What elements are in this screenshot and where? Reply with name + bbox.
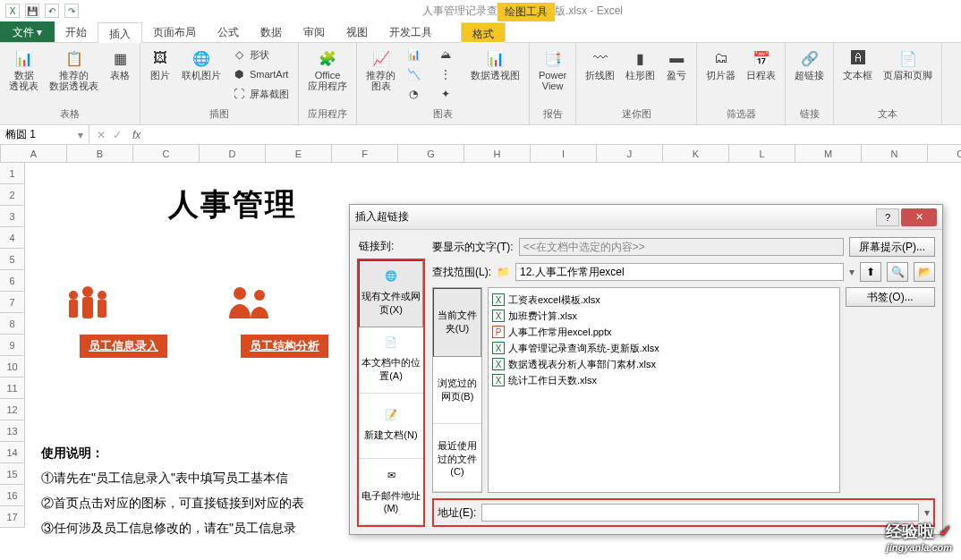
row-17[interactable]: 17 [0,506,25,528]
table-button[interactable]: ▦表格 [106,45,134,84]
picture-button[interactable]: 🖼图片 [146,45,174,84]
chart-type-6[interactable]: ✦ [435,84,463,104]
row-3[interactable]: 3 [0,206,25,227]
recent-files-tab[interactable]: 最近使用过的文件(C) [433,424,481,492]
up-folder-icon[interactable]: ⬆ [860,262,881,282]
save-icon[interactable]: 💾 [25,4,39,18]
row-10[interactable]: 10 [0,356,25,378]
employee-structure-button[interactable]: 员工结构分析 [241,335,328,358]
col-L[interactable]: L [729,145,795,162]
redo-icon[interactable]: ↷ [64,4,79,18]
pivot-table-button[interactable]: 📊数据 透视表 [5,45,42,95]
col-M[interactable]: M [795,145,862,162]
file-list[interactable]: X工资表excel模板.xlsxX加班费计算.xlsxP人事工作常用excel.… [488,287,840,493]
employee-info-block[interactable]: 员工信息录入 [61,283,186,358]
online-picture-button[interactable]: 🌐联机图片 [178,45,225,84]
col-A[interactable]: A [1,145,67,162]
timeline-button[interactable]: 📅日程表 [743,45,779,84]
screenshot-button[interactable]: ⛶屏幕截图 [228,84,293,104]
tab-data[interactable]: 数据 [250,21,293,42]
textbox-button[interactable]: 🅰文本框 [839,45,876,84]
header-footer-button[interactable]: 📄页眉和页脚 [880,45,936,84]
tab-home[interactable]: 开始 [55,21,98,42]
linkto-existing-file[interactable]: 🌐现有文件或网页(X) [359,260,423,327]
fx-icon[interactable]: fx [129,129,144,141]
row-12[interactable]: 12 [0,399,25,420]
col-J[interactable]: J [597,145,663,162]
browse-web-icon[interactable]: 🔍 [887,262,908,282]
row-16[interactable]: 16 [0,485,25,506]
col-B[interactable]: B [67,145,133,162]
chart-type-2[interactable]: 📉 [403,64,431,84]
linkto-new-doc[interactable]: 📝新建文档(N) [359,394,423,460]
employee-info-button[interactable]: 员工信息录入 [80,335,167,358]
dialog-titlebar[interactable]: 插入超链接 ? ✕ [350,205,942,230]
file-item[interactable]: X人事管理记录查询系统-更新版.xlsx [492,340,836,356]
tab-view[interactable]: 视图 [336,21,378,42]
chart-type-4[interactable]: ⛰ [435,45,463,64]
recommended-pivot-button[interactable]: 📋推荐的 数据透视表 [46,45,102,95]
sparkline-line-button[interactable]: 〰折线图 [582,45,618,84]
tab-formulas[interactable]: 公式 [207,21,250,42]
chart-type-1[interactable]: 📊 [403,45,431,64]
chart-type-3[interactable]: ◔ [403,84,431,104]
linkto-place-in-doc[interactable]: 📄本文档中的位置(A) [359,327,423,394]
tab-pagelayout[interactable]: 页面布局 [142,21,207,42]
col-I[interactable]: I [531,145,597,162]
row-5[interactable]: 5 [0,249,25,270]
lookin-input[interactable] [515,263,844,281]
tab-review[interactable]: 审阅 [293,21,336,42]
help-icon[interactable]: ? [876,208,899,226]
row-7[interactable]: 7 [0,292,25,313]
current-folder-tab[interactable]: 当前文件夹(U) [433,288,481,357]
tab-file[interactable]: 文件 ▾ [0,21,55,42]
sparkline-winloss-button[interactable]: ▬盈亏 [662,45,691,84]
col-N[interactable]: N [862,145,928,162]
row-4[interactable]: 4 [0,227,25,249]
browse-file-icon[interactable]: 📂 [914,262,935,282]
recommended-charts-button[interactable]: 📈推荐的 图表 [362,45,399,95]
row-13[interactable]: 13 [0,420,25,442]
bookmark-button[interactable]: 书签(O)... [846,287,935,307]
row-14[interactable]: 14 [0,442,25,463]
office-apps-button[interactable]: 🧩Office 应用程序 [304,45,351,95]
sparkline-column-button[interactable]: ▮柱形图 [622,45,659,84]
col-C[interactable]: C [133,145,200,162]
col-E[interactable]: E [266,145,332,162]
employee-structure-block[interactable]: 员工结构分析 [222,283,347,358]
smartart-button[interactable]: ⬢SmartArt [228,64,293,84]
col-F[interactable]: F [332,145,398,162]
col-O[interactable]: O [928,145,961,162]
pivotchart-button[interactable]: 📊数据透视图 [467,45,523,84]
row-2[interactable]: 2 [0,184,25,206]
name-box[interactable]: 椭圆 1 ▾ [0,125,89,144]
tab-format[interactable]: 格式 [461,22,506,43]
row-11[interactable]: 11 [0,378,25,399]
row-6[interactable]: 6 [0,270,25,292]
enter-icon[interactable]: ✓ [113,129,122,141]
tab-insert[interactable]: 插入 [98,22,142,43]
file-item[interactable]: P人事工作常用excel.pptx [492,324,836,340]
row-8[interactable]: 8 [0,313,25,335]
row-1[interactable]: 1 [0,163,25,184]
hyperlink-button[interactable]: 🔗超链接 [791,45,828,84]
powerview-button[interactable]: 📑Power View [535,45,570,95]
col-K[interactable]: K [663,145,729,162]
address-input[interactable] [481,504,919,522]
chart-type-5[interactable]: ⋮ [435,64,463,84]
shapes-button[interactable]: ◇形状 [228,45,293,64]
col-H[interactable]: H [464,145,531,162]
linkto-email[interactable]: ✉电子邮件地址(M) [359,459,423,525]
file-item[interactable]: X加班费计算.xlsx [492,308,836,324]
browsed-pages-tab[interactable]: 浏览过的网页(B) [433,357,481,425]
file-item[interactable]: X工资表excel模板.xlsx [492,292,836,308]
tab-developer[interactable]: 开发工具 [378,21,443,42]
row-15[interactable]: 15 [0,463,25,485]
screentip-button[interactable]: 屏幕提示(P)... [849,237,935,257]
cancel-icon[interactable]: ✕ [97,129,106,141]
file-item[interactable]: X数据透视表分析人事部门素材.xlsx [492,356,836,372]
undo-icon[interactable]: ↶ [45,4,59,18]
close-icon[interactable]: ✕ [901,208,937,226]
col-G[interactable]: G [398,145,464,162]
col-D[interactable]: D [200,145,266,162]
